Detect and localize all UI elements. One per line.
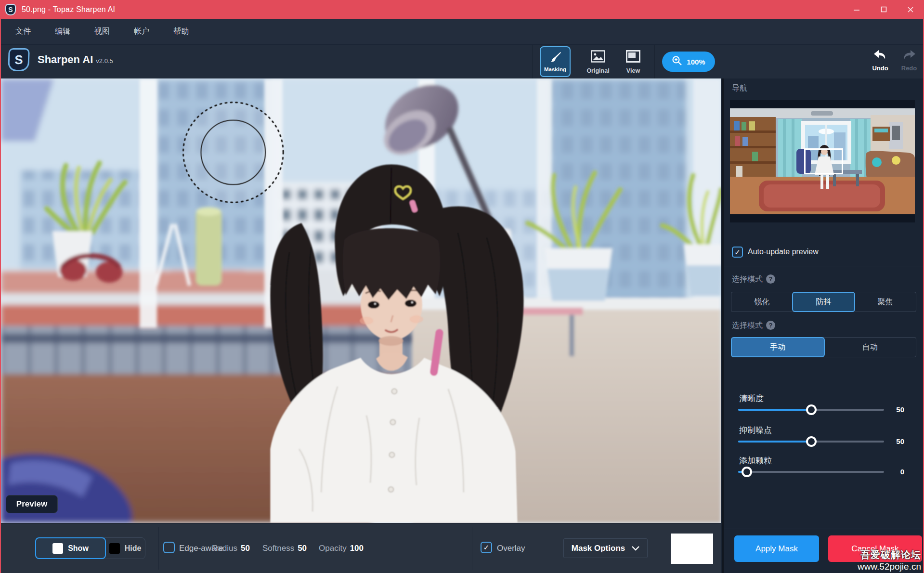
undo-icon <box>873 50 887 63</box>
mode2-option-auto[interactable]: 自动 <box>824 338 916 357</box>
preview-button[interactable]: Preview <box>6 495 58 513</box>
slider-clarity-thumb[interactable] <box>806 404 817 415</box>
radius-stat[interactable]: Radius50 <box>212 544 250 553</box>
mode1-option-focus[interactable]: 聚焦 <box>855 292 916 312</box>
auto-update-checkbox[interactable]: ✓ <box>732 247 743 258</box>
slider-clarity-track[interactable] <box>738 409 884 411</box>
minimize-button[interactable] <box>843 0 870 19</box>
app-logo-icon: S <box>5 4 16 15</box>
menu-edit[interactable]: 编辑 <box>51 23 74 40</box>
chevron-down-icon <box>632 544 639 553</box>
slider-grain-value: 0 <box>900 468 904 476</box>
slider-clarity-label: 清晰度 <box>739 393 764 404</box>
close-button[interactable] <box>897 0 924 19</box>
maximize-button[interactable] <box>870 0 897 19</box>
mode1-segmented-control: 锐化 防抖 聚焦 <box>731 292 916 312</box>
view-icon <box>626 50 640 65</box>
image-icon <box>591 50 605 65</box>
title-bar: S 50.png - Topaz Sharpen AI <box>0 0 924 19</box>
zoom-value: 100% <box>687 58 705 66</box>
menu-help[interactable]: 帮助 <box>169 23 193 40</box>
photo-preview <box>1 78 721 523</box>
toolbar: S Sharpen AIv2.0.5 Masking Original View… <box>1 45 923 78</box>
brush-icon <box>549 51 561 65</box>
zoom-control[interactable]: 100% <box>662 52 715 72</box>
mode2-section-label: 选择模式 <box>732 321 763 331</box>
mode2-option-manual[interactable]: 手动 <box>731 337 825 357</box>
window-border-left <box>0 0 1 573</box>
toolbar-divider <box>532 45 533 78</box>
slider-noise-thumb[interactable] <box>806 436 817 447</box>
sidebar-divider <box>724 529 924 529</box>
mode2-segmented-control: 手动 自动 <box>731 337 916 357</box>
menu-view[interactable]: 视图 <box>91 23 114 40</box>
mask-options-dropdown[interactable]: Mask Options <box>563 538 648 558</box>
bottombar-divider <box>158 527 159 570</box>
undo-button[interactable]: Undo <box>867 50 894 72</box>
white-swatch-icon <box>52 543 63 554</box>
slider-grain-label: 添加颗粒 <box>739 455 772 466</box>
toolbar-divider <box>654 45 655 78</box>
black-swatch-icon <box>109 543 120 554</box>
overlay-label: Overlay <box>497 544 525 553</box>
menu-file[interactable]: 文件 <box>12 23 35 40</box>
mask-visibility-toggle: Show Hide <box>35 537 145 559</box>
mode1-section-label: 选择模式 <box>732 274 763 285</box>
mode1-option-sharpen[interactable]: 锐化 <box>731 292 793 312</box>
app-name: Sharpen AIv2.0.5 <box>38 53 113 66</box>
brush-cursor <box>183 103 283 203</box>
cancel-mask-button[interactable]: Cancel Mask <box>828 535 922 562</box>
auto-update-label: Auto-update preview <box>748 247 819 256</box>
slider-noise-value: 50 <box>896 437 904 445</box>
bottombar-divider <box>472 527 472 570</box>
app-version: v2.0.5 <box>96 57 113 65</box>
right-sidebar: 导航 <box>722 78 924 573</box>
view-button[interactable]: View <box>616 49 650 76</box>
menu-bar: 文件 编辑 视图 帐户 帮助 <box>1 19 923 44</box>
slider-grain-track[interactable] <box>738 471 884 473</box>
mode1-option-stabilize[interactable]: 防抖 <box>792 292 855 312</box>
image-canvas[interactable]: Preview <box>1 78 721 523</box>
sidebar-divider <box>724 266 924 266</box>
window-title: 50.png - Topaz Sharpen AI <box>22 5 115 14</box>
softness-stat[interactable]: Softness50 <box>262 544 307 553</box>
navigation-viewport[interactable] <box>804 148 843 174</box>
apply-mask-button[interactable]: Apply Mask <box>734 535 819 562</box>
bottom-bar: Show Hide Edge-aware Radius50 Softness50… <box>1 523 721 573</box>
edge-aware-checkbox[interactable] <box>163 542 175 553</box>
slider-clarity-value: 50 <box>896 405 904 414</box>
slider-noise-label: 抑制噪点 <box>739 425 772 436</box>
redo-icon <box>902 50 916 63</box>
sharpen-ai-logo-icon: S <box>8 48 30 71</box>
navigation-label: 导航 <box>732 83 747 93</box>
slider-grain-thumb[interactable] <box>742 467 752 477</box>
zoom-magnifier-icon <box>672 55 682 68</box>
help-icon[interactable]: ? <box>766 274 775 284</box>
slider-noise-track[interactable] <box>738 441 884 443</box>
help-icon[interactable]: ? <box>766 321 775 330</box>
original-button[interactable]: Original <box>581 49 615 76</box>
redo-button[interactable]: Redo <box>896 50 923 72</box>
navigation-thumbnail[interactable] <box>730 100 915 222</box>
menu-account[interactable]: 帐户 <box>130 23 153 40</box>
hide-mask-button[interactable]: Hide <box>105 538 145 559</box>
app-window: S 50.png - Topaz Sharpen AI 文件 编辑 视图 帐户 … <box>0 0 924 573</box>
masking-button[interactable]: Masking <box>540 46 571 77</box>
show-mask-button[interactable]: Show <box>35 537 106 559</box>
opacity-stat[interactable]: Opacity100 <box>319 544 364 553</box>
overlay-checkbox[interactable]: ✓ <box>481 542 492 553</box>
mask-color-swatch[interactable] <box>671 534 713 564</box>
